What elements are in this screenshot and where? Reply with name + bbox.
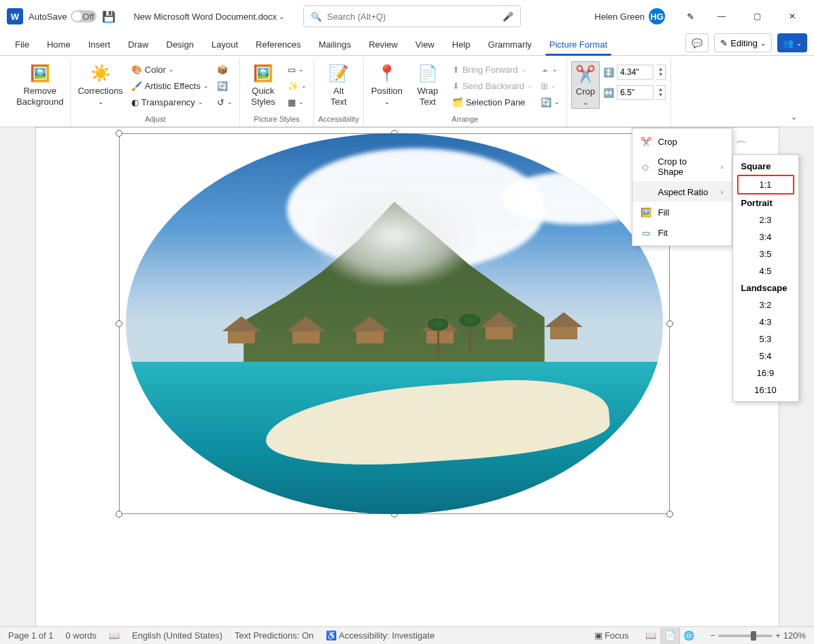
ratio-3-4[interactable]: 3:4 (737, 228, 794, 245)
change-picture-button[interactable]: 🔄 (214, 78, 235, 94)
close-button[interactable]: ✕ (777, 3, 807, 30)
transparency-button[interactable]: ◐Transparency ⌄ (129, 94, 211, 110)
ratio-4-5[interactable]: 4:5 (737, 262, 794, 279)
resize-handle[interactable] (116, 130, 122, 137)
zoom-in-button[interactable]: + (775, 630, 781, 641)
microphone-icon[interactable]: 🎤 (503, 12, 513, 22)
transparency-icon: ◐ (131, 97, 139, 107)
width-icon: ↔️ (603, 88, 614, 98)
crop-menu-shape[interactable]: ◇Crop to Shape› (632, 152, 732, 182)
ratio-3-5[interactable]: 3:5 (737, 245, 794, 262)
word-count[interactable]: 0 words (66, 630, 97, 641)
autosave[interactable]: AutoSave Off (29, 10, 97, 22)
position-button[interactable]: 📍 Position⌄ (368, 61, 406, 107)
ratio-5-3[interactable]: 5:3 (737, 331, 794, 348)
page[interactable]: ⌒ ✂️Crop◇Crop to Shape›Aspect Ratio›🖼️Fi… (35, 127, 779, 644)
picture-effects-button[interactable]: ✨ ⌄ (285, 78, 309, 94)
minimize-button[interactable]: — (707, 3, 736, 30)
alt-text-button[interactable]: 📝 Alt Text (320, 61, 358, 108)
text-predictions[interactable]: Text Predictions: On (235, 630, 313, 641)
comments-button[interactable]: 💬 (685, 33, 709, 52)
crop-button[interactable]: ✂️ Crop⌄ (571, 61, 600, 109)
ratio-2-3[interactable]: 2:3 (737, 211, 794, 228)
ratio-5-4[interactable]: 5:4 (737, 348, 794, 365)
autosave-toggle[interactable]: Off (71, 10, 97, 22)
height-input[interactable]: ↕️▲▼ (603, 64, 666, 80)
page-count[interactable]: Page 1 of 1 (8, 630, 54, 641)
selection-pane-button[interactable]: 🗂️Selection Pane (450, 94, 535, 110)
ratio-1-1[interactable]: 1:1 (737, 175, 794, 194)
tab-references[interactable]: References (248, 35, 309, 55)
focus-button[interactable]: ▣ Focus (594, 630, 629, 641)
tab-mailings[interactable]: Mailings (311, 35, 360, 55)
picture-border-button[interactable]: ▭ ⌄ (285, 61, 309, 78)
print-layout-button[interactable]: 📄 (660, 628, 679, 644)
ribbon-collapse-button[interactable]: ⌄ (785, 110, 802, 122)
word-app-icon: W (7, 8, 23, 24)
crop-menu-fit[interactable]: ▭Fit (632, 222, 732, 243)
editing-mode-button[interactable]: ✎ Editing ⌄ (714, 33, 772, 52)
zoom-control[interactable]: − + 120% (711, 630, 806, 641)
crop-menu-fill[interactable]: 🖼️Fill (632, 202, 732, 222)
read-mode-button[interactable]: 📖 (641, 628, 660, 644)
document-title[interactable]: New Microsoft Word Document.docx ⌄ (133, 12, 284, 22)
send-backward-button[interactable]: ⬇Send Backward ⌄ (450, 78, 535, 94)
selected-picture[interactable] (119, 133, 670, 514)
tab-view[interactable]: View (407, 35, 443, 55)
search-input[interactable]: 🔍 Search (Alt+Q) 🎤 (303, 5, 521, 27)
wrap-text-button[interactable]: 📄 Wrap Text (409, 61, 447, 108)
width-input[interactable]: ↔️▲▼ (603, 84, 666, 101)
zoom-level[interactable]: 120% (783, 630, 806, 641)
reset-icon: ↺ (217, 97, 224, 107)
user-account[interactable]: Helen Green HG (594, 8, 665, 24)
tab-insert[interactable]: Insert (80, 35, 119, 55)
quick-styles-button[interactable]: 🖼️ Quick Styles (244, 61, 282, 108)
resize-handle[interactable] (116, 511, 122, 518)
tab-picture-format[interactable]: Picture Format (541, 35, 615, 55)
resize-handle[interactable] (116, 320, 122, 327)
crop-menu-crop[interactable]: ✂️Crop (632, 131, 732, 152)
tab-draw[interactable]: Draw (120, 35, 156, 55)
rotate-button[interactable]: 🔄 ⌄ (538, 94, 562, 110)
tab-help[interactable]: Help (444, 35, 479, 55)
corrections-button[interactable]: ☀️ Corrections⌄ (75, 61, 125, 107)
avatar: HG (649, 8, 665, 24)
color-button[interactable]: 🎨Color ⌄ (129, 61, 211, 78)
chevron-right-icon: › (721, 163, 724, 171)
group-button[interactable]: ⊞ ⌄ (538, 78, 562, 94)
ratio-4-3[interactable]: 4:3 (737, 313, 794, 331)
picture-layout-button[interactable]: ▦ ⌄ (285, 94, 309, 110)
share-button[interactable]: 👥 ⌄ (777, 33, 807, 52)
web-layout-button[interactable]: 🌐 (679, 628, 698, 644)
align-button[interactable]: ⫠ ⌄ (538, 61, 562, 78)
resize-handle[interactable] (666, 320, 673, 327)
pen-icon[interactable]: ✎ (687, 12, 694, 22)
tab-home[interactable]: Home (39, 35, 79, 55)
ratio-16-9[interactable]: 16:9 (737, 365, 794, 382)
compress-button[interactable]: 📦 (214, 61, 235, 78)
spellcheck-icon[interactable]: 📖 (109, 630, 120, 641)
tab-grammarly[interactable]: Grammarly (480, 35, 540, 55)
ratio-16-10[interactable]: 16:10 (737, 382, 794, 399)
reset-picture-button[interactable]: ↺ ⌄ (214, 94, 235, 110)
width-spinner[interactable]: ▲▼ (656, 85, 666, 100)
crop-menu-aspect[interactable]: Aspect Ratio› (632, 182, 732, 202)
resize-handle[interactable] (666, 511, 673, 518)
height-spinner[interactable]: ▲▼ (656, 65, 666, 80)
remove-background-button[interactable]: 🖼️ Remove Background (14, 61, 66, 108)
chevron-right-icon: › (721, 188, 724, 196)
ratio-3-2[interactable]: 3:2 (737, 296, 794, 313)
accessibility-status[interactable]: ♿ Accessibility: Investigate (326, 630, 435, 641)
tab-layout[interactable]: Layout (203, 35, 246, 55)
maximize-button[interactable]: ▢ (742, 3, 772, 30)
language[interactable]: English (United States) (132, 630, 222, 641)
tab-design[interactable]: Design (158, 35, 202, 55)
artistic-effects-button[interactable]: 🖌️Artistic Effects ⌄ (129, 78, 211, 94)
save-icon[interactable]: 💾 (102, 10, 116, 23)
bring-forward-button[interactable]: ⬆Bring Forward ⌄ (450, 61, 535, 78)
tab-file[interactable]: File (7, 35, 37, 55)
zoom-out-button[interactable]: − (711, 630, 716, 641)
layout-options-icon[interactable]: ⌒ (735, 139, 747, 155)
tab-review[interactable]: Review (360, 35, 406, 55)
zoom-slider[interactable] (718, 634, 773, 637)
